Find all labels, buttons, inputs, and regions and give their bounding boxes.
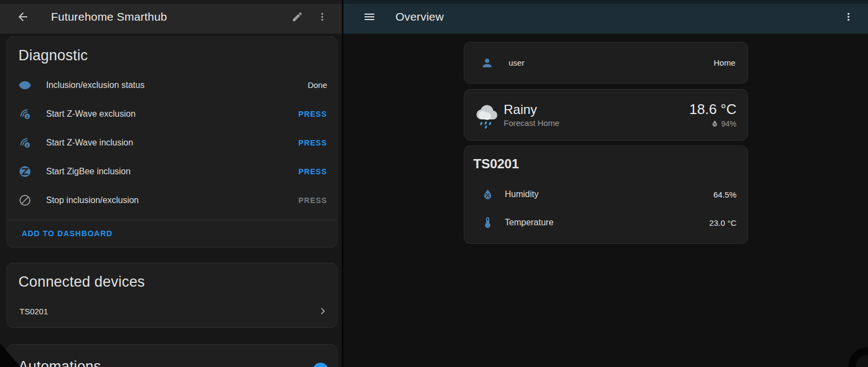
zigbee-icon [18,165,31,178]
row-start-zigbee-inclusion: Start ZigBee inclusion PRESS [7,157,337,186]
press-button[interactable]: PRESS [298,167,327,176]
row-start-zwave-inclusion: z Start Z-Wave inclusion PRESS [7,128,337,157]
dots-vertical-icon [843,11,854,23]
weather-rainy-icon [474,101,500,129]
overflow-menu-button[interactable] [311,6,333,28]
user-area: Home [713,58,735,67]
automations-card: Automations [7,344,337,367]
hamburger-menu-icon [363,10,376,23]
edit-button[interactable] [286,6,308,28]
row-label: Stop inclusion/exclusion [46,195,139,205]
row-label: Humidity [505,189,539,199]
connected-devices-title: Connected devices [7,263,337,298]
eye-icon [18,79,31,92]
sidebar-menu-button[interactable] [359,6,380,28]
svg-text:z: z [26,114,28,119]
left-app-header: Futurehome Smarthub [0,0,342,34]
row-inclusion-exclusion-status: Inclusion/exclusion status Done [7,71,337,99]
row-label: Start ZigBee inclusion [46,167,131,176]
add-to-dashboard-button[interactable]: ADD TO DASHBOARD [22,229,113,238]
connected-devices-card: Connected devices TS0201 [7,263,337,328]
row-label: Start Z-Wave exclusion [46,109,136,119]
row-value: 23.0 °C [709,218,736,227]
overflow-menu-button[interactable] [838,6,859,28]
water-percent-icon [711,119,719,128]
row-value: Done [308,80,327,90]
water-percent-icon [481,188,494,201]
zwave-icon: z [18,107,31,121]
account-icon [481,56,494,69]
chevron-right-icon [316,305,329,318]
pencil-icon [291,11,303,23]
page-title: Futurehome Smarthub [51,10,167,23]
diagnostic-card-footer: ADD TO DASHBOARD [7,220,337,247]
dots-vertical-icon [316,11,328,23]
row-humidity[interactable]: Humidity 64.5% [464,180,748,208]
weather-forecast-card[interactable]: Rainy Forecast Home 18.6 °C 94% [464,89,748,141]
weather-temperature: 18.6 °C [689,102,736,117]
device-card-title: TS0201 [464,156,748,180]
overview-dashboard-panel: Overview user Home [343,0,868,367]
row-start-zwave-exclusion: z Start Z-Wave exclusion PRESS [7,99,337,128]
row-label: Temperature [505,218,554,227]
weather-entity-name: Forecast Home [504,118,560,128]
row-stop-inclusion-exclusion: Stop inclusion/exclusion PRESS [7,186,337,214]
device-entities-card: TS0201 Humidity 64.5% Temperatur [464,145,748,244]
arrow-left-icon [16,10,29,23]
thermometer-icon [481,216,494,229]
back-button[interactable] [12,6,34,28]
dashboard-title: Overview [395,10,444,23]
diagnostic-card: Diagnostic Inclusion/exclusion status Do… [7,36,337,248]
row-temperature[interactable]: Temperature 23.0 °C [464,208,748,237]
cancel-icon [18,194,31,207]
svg-text:z: z [26,143,28,148]
row-value: 64.5% [713,190,737,199]
plus-icon [316,365,326,367]
row-label: Start Z-Wave inclusion [46,138,133,148]
zwave-icon: z [18,136,31,149]
user-entity-card[interactable]: user Home [464,42,748,84]
connected-device-row[interactable]: TS0201 [7,298,337,324]
user-name: user [509,58,525,67]
add-automation-button[interactable] [313,363,328,367]
diagnostic-card-title: Diagnostic [7,37,337,71]
right-app-header: Overview [343,0,868,34]
weather-humidity: 94% [721,119,736,128]
press-button-disabled: PRESS [298,196,327,205]
row-label: Inclusion/exclusion status [46,80,144,90]
weather-condition: Rainy [504,102,560,117]
automations-title: Automations [18,354,101,367]
device-detail-panel: Futurehome Smarthub Diagnostic Inclusion… [0,0,342,367]
device-name: TS0201 [20,307,48,316]
press-button[interactable]: PRESS [298,138,327,147]
press-button[interactable]: PRESS [298,110,327,118]
